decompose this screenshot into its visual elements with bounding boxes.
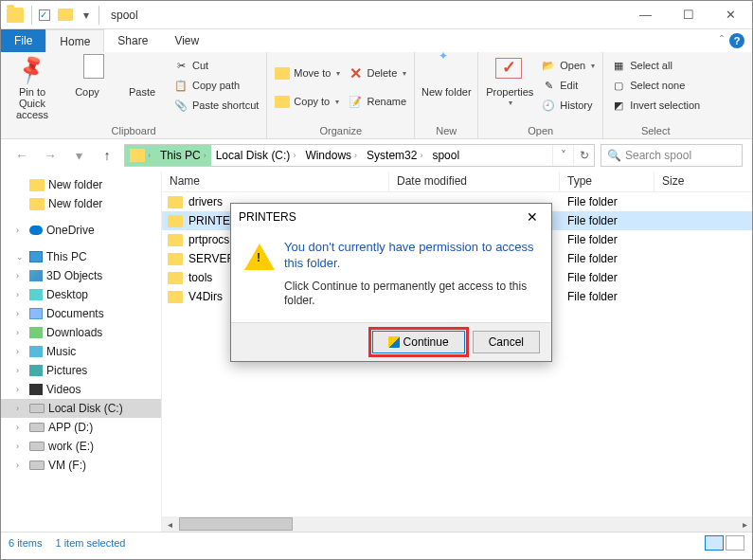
label: History (560, 99, 592, 111)
scroll-thumb[interactable] (179, 517, 293, 531)
tree-item[interactable]: ›Desktop (1, 285, 161, 304)
collapse-ribbon-icon[interactable]: ˆ (720, 34, 724, 47)
status-selected: 1 item selected (55, 537, 125, 549)
copy-to-button[interactable]: Copy to (273, 92, 342, 111)
nav-tree[interactable]: New folderNew folder›OneDrive⌄This PC›3D… (1, 172, 162, 532)
folder-icon (130, 149, 145, 162)
tree-item[interactable]: ›APP (D:) (1, 418, 161, 437)
label: Delete (367, 67, 397, 79)
tree-item[interactable]: ›Videos (1, 380, 161, 399)
label: Paste shortcut (192, 99, 259, 111)
separator (31, 6, 32, 25)
warning-icon (244, 244, 275, 270)
paste-shortcut-button[interactable]: 📎Paste shortcut (171, 96, 260, 115)
tree-item[interactable]: New folder (1, 175, 161, 194)
tab-view[interactable]: View (161, 29, 212, 52)
dialog-sub-text: Click Continue to permanently get access… (284, 280, 538, 309)
breadcrumb-seg[interactable]: Windows (305, 149, 351, 162)
edit-button[interactable]: ✎Edit (539, 76, 597, 95)
separator (99, 6, 99, 25)
up-button[interactable]: ↑ (96, 144, 118, 167)
label: Copy to (294, 96, 330, 107)
search-icon: 🔍 (607, 149, 621, 162)
tree-item[interactable]: ›VM (F:) (1, 456, 161, 475)
pin-to-quick-access-button[interactable]: 📌Pin to Quick access (7, 54, 58, 120)
dialog-title: PRINTERS (239, 210, 296, 224)
breadcrumb-seg[interactable]: Local Disk (C:) (216, 149, 291, 162)
copy-button[interactable]: Copy (62, 54, 113, 98)
paste-button[interactable]: Paste (117, 54, 168, 98)
permission-dialog: PRINTERS ✕ You don't currently have perm… (230, 203, 552, 362)
label: Open (560, 60, 585, 71)
horizontal-scrollbar[interactable]: ◂▸ (162, 516, 752, 532)
col-type[interactable]: Type (560, 172, 654, 191)
dialog-close-button[interactable]: ✕ (521, 209, 544, 225)
history-button[interactable]: 🕘History (539, 96, 597, 115)
details-view-button[interactable] (705, 535, 724, 551)
tree-item[interactable]: ›Pictures (1, 361, 161, 380)
tree-item[interactable]: ›work (E:) (1, 437, 161, 456)
recent-locations-button[interactable]: ▾ (67, 144, 90, 167)
breadcrumb-seg[interactable]: System32 (367, 149, 417, 162)
label: Rename (367, 96, 406, 107)
tree-item[interactable]: New folder (1, 194, 161, 213)
close-button[interactable]: ✕ (709, 1, 752, 29)
qat-newfolder-icon[interactable] (55, 5, 76, 26)
tree-item[interactable]: ›Local Disk (C:) (1, 399, 161, 418)
tree-item[interactable]: ›Music (1, 342, 161, 361)
col-name[interactable]: Name (162, 172, 389, 191)
qat-dropdown-icon[interactable]: ▾ (76, 5, 97, 26)
titlebar: ▾ spool — ☐ ✕ (1, 1, 752, 29)
properties-button[interactable]: ✓Properties (484, 54, 535, 108)
delete-button[interactable]: ✕Delete (346, 63, 408, 82)
address-dropdown-button[interactable]: ˅ (552, 145, 573, 166)
cut-button[interactable]: ✂Cut (171, 56, 260, 75)
ribbon-tabs: File Home Share View ˆ ? (1, 29, 752, 52)
label: Properties (486, 86, 533, 98)
col-date[interactable]: Date modified (389, 172, 560, 191)
select-none-button[interactable]: ▢Select none (609, 76, 702, 95)
address-row: ← → ▾ ↑ › This PC› Local Disk (C:)› Wind… (1, 139, 752, 172)
group-label: New (421, 124, 472, 138)
help-icon[interactable]: ? (729, 33, 744, 48)
tree-item[interactable]: ›OneDrive (1, 221, 161, 240)
label: Invert selection (630, 99, 700, 111)
ribbon: 📌Pin to Quick access Copy Paste ✂Cut 📋Co… (1, 52, 752, 139)
label: Paste (129, 86, 155, 98)
cancel-button[interactable]: Cancel (473, 331, 540, 353)
label: Move to (294, 67, 331, 79)
tab-share[interactable]: Share (104, 29, 161, 52)
label: Cut (192, 60, 208, 71)
large-icons-view-button[interactable] (726, 535, 744, 551)
forward-button[interactable]: → (39, 144, 62, 167)
tab-home[interactable]: Home (45, 29, 104, 52)
label: Cancel (489, 335, 524, 349)
rename-button[interactable]: 📝Rename (346, 92, 408, 111)
group-label: Select (609, 124, 702, 138)
label: Copy path (192, 80, 240, 91)
continue-button[interactable]: Continue (372, 331, 465, 353)
copy-path-button[interactable]: 📋Copy path (171, 76, 260, 95)
tree-item[interactable]: ›Downloads (1, 323, 161, 342)
refresh-button[interactable]: ↻ (573, 145, 594, 166)
tab-file[interactable]: File (1, 29, 45, 52)
placeholder: Search spool (625, 149, 691, 162)
invert-selection-button[interactable]: ◩Invert selection (609, 96, 702, 115)
tree-item[interactable]: ⌄This PC (1, 247, 161, 266)
open-button[interactable]: 📂Open (539, 56, 597, 75)
maximize-button[interactable]: ☐ (667, 1, 709, 29)
col-size[interactable]: Size (654, 172, 730, 191)
breadcrumb-seg[interactable]: This PC (160, 149, 201, 162)
minimize-button[interactable]: — (624, 1, 667, 29)
address-bar[interactable]: › This PC› Local Disk (C:)› Windows› Sys… (124, 144, 595, 167)
new-folder-button[interactable]: New folder (421, 54, 472, 98)
qat-properties-icon[interactable] (34, 5, 55, 26)
select-all-button[interactable]: ▦Select all (609, 56, 702, 75)
search-input[interactable]: 🔍Search spool (601, 144, 743, 167)
move-to-button[interactable]: Move to (273, 63, 342, 82)
breadcrumb-seg[interactable]: spool (432, 149, 459, 162)
back-button[interactable]: ← (10, 144, 33, 167)
tree-item[interactable]: ›3D Objects (1, 266, 161, 285)
tree-item[interactable]: ›Documents (1, 304, 161, 323)
label: Select none (630, 80, 685, 91)
